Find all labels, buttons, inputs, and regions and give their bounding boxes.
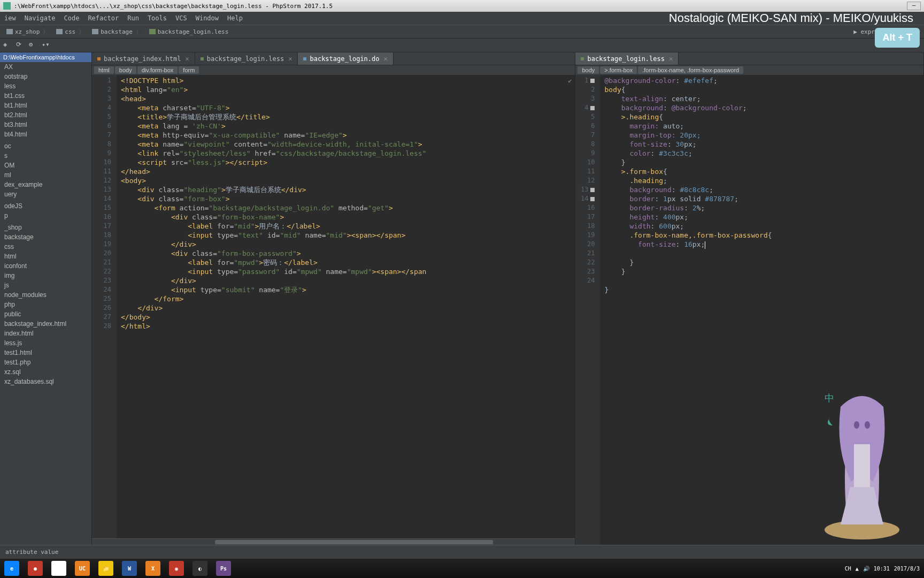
crumb-form[interactable]: form [179,66,199,74]
settings-icon[interactable]: ⚙ [29,41,38,50]
tray-item[interactable]: 2017/8/3 [894,566,920,572]
sidebar-item[interactable]: s [0,151,91,161]
tab-backstage-login-less-right[interactable]: backstage_login.less× [575,52,679,65]
close-icon[interactable]: × [669,55,673,63]
sidebar-item[interactable]: bt4.html [0,130,91,139]
less-file-icon [581,57,584,60]
sidebar-item[interactable]: OM [0,161,91,170]
sync-icon[interactable]: ⟳ [16,41,26,50]
sidebar-item[interactable]: dex_example [0,180,91,189]
menu-run[interactable]: Run [123,12,143,25]
sidebar-item[interactable]: backstage_index.html [0,319,91,329]
taskbar-app[interactable]: W [118,559,141,578]
now-playing-title: Nostalogic (MEIKO-SAN mix) - MEIKO/yuuki… [669,11,924,25]
sidebar-item[interactable]: _shop [0,223,91,232]
breadcrumb-item[interactable]: css〉 [53,27,88,36]
breadcrumbs-left: html body div.form-box form [92,65,575,75]
inspection-ok-icon: ✔ [568,77,572,85]
taskbar-app[interactable]: ○ [47,559,71,578]
right-editor-pane: backstage_login.less× body >.form-box .f… [575,52,924,545]
sidebar-item[interactable]: backstage [0,232,91,242]
sidebar-item[interactable]: test1.html [0,348,91,358]
minimize-button[interactable]: — [907,2,921,10]
sidebar-item[interactable]: ootstrap [0,72,91,81]
sidebar-item[interactable]: odeJS [0,201,91,211]
code-editor-left[interactable]: ✔ 12345678910111213141516171819202122232… [92,75,575,538]
tray-item[interactable]: CH [845,566,851,572]
horizontal-scrollbar[interactable] [92,538,575,545]
system-tray[interactable]: CH▲🔊10:312017/8/3 [845,566,924,572]
sidebar-item[interactable]: img [0,271,91,280]
tab-backstage-login-do[interactable]: backstage_login.do× [298,52,393,65]
sidebar-item[interactable]: bt1.html [0,101,91,110]
code-content-left[interactable]: <!DOCTYPE html> <html lang="en"> <head> … [117,75,575,538]
menu-vcs[interactable]: VCS [171,12,191,25]
sidebar-item[interactable]: less [0,81,91,91]
crumb-div-form-box[interactable]: div.form-box [137,66,178,74]
close-icon[interactable]: × [186,55,189,63]
sidebar-item[interactable]: public [0,309,91,319]
tab-backstage-index[interactable]: backstage_index.html× [92,52,195,65]
tray-item[interactable]: ▲ [856,566,859,572]
taskbar-app[interactable]: ◉ [165,559,188,578]
menu-refactor[interactable]: Refactor [83,12,123,25]
menu-help[interactable]: Help [223,12,247,25]
code-content-right[interactable]: @background-color: #efefef; body{ text-a… [600,75,923,545]
breadcrumb-item[interactable]: backstage〉 [89,27,145,36]
breadcrumb-file[interactable]: backstage_login.less [146,28,232,36]
tray-item[interactable]: 10:31 [874,566,890,572]
sidebar-item[interactable]: uery [0,189,91,199]
crumb-html[interactable]: html [94,66,114,74]
folder-icon [92,29,98,34]
sidebar-item[interactable]: bt2.html [0,110,91,120]
sidebar-item[interactable]: html [0,252,91,261]
sidebar-item[interactable]: ml [0,170,91,180]
taskbar-app[interactable]: ◐ [188,559,212,578]
menu-window[interactable]: Window [191,12,223,25]
close-icon[interactable]: × [288,55,292,63]
crumb-form-box-name-password[interactable]: .form-box-name, .form-box-password [638,66,743,74]
code-editor-right[interactable]: 1234567891011121314161718192021222324 @b… [575,75,923,545]
menu-tools[interactable]: Tools [143,12,171,25]
sidebar-item[interactable]: bt1.css [0,91,91,101]
left-editor-pane: backstage_index.html× backstage_login.le… [92,52,575,545]
sidebar-root-path[interactable]: D:\WebFront\xampp\htdocs [0,52,91,62]
menu-view[interactable]: iew [0,12,20,25]
sidebar-item[interactable]: xz_databases.sql [0,377,91,386]
sidebar-item[interactable]: oc [0,141,91,151]
sidebar-item[interactable]: xz.sql [0,367,91,377]
sidebar-item[interactable]: js [0,280,91,290]
sidebar-item[interactable]: AX [0,62,91,72]
taskbar-app[interactable]: UC [71,559,94,578]
sidebar-item[interactable]: test1.php [0,358,91,367]
sidebar-item[interactable]: css [0,242,91,252]
sidebar-item[interactable]: less.js [0,338,91,348]
sidebar-item[interactable]: index.html [0,329,91,338]
project-tree[interactable]: AXootstraplessbt1.cssbt1.htmlbt2.htmlbt3… [0,62,91,545]
close-icon[interactable]: × [384,55,388,63]
gear-icon[interactable]: ✦▾ [42,41,51,50]
crumb-body[interactable]: body [115,66,136,74]
tray-item[interactable]: 🔊 [863,566,869,572]
taskbar-app[interactable]: Ps [212,559,235,578]
sidebar-item[interactable]: iconfont [0,261,91,271]
taskbar-app[interactable]: 📁 [94,559,118,578]
sidebar-item[interactable]: node_modules [0,290,91,300]
taskbar-app[interactable]: X [141,559,165,578]
menu-code[interactable]: Code [59,12,83,25]
breadcrumb-item[interactable]: xz_shop〉 [3,27,52,36]
crumb-form-box[interactable]: >.form-box [600,66,637,74]
menu-navigate[interactable]: Navigate [20,12,60,25]
collapse-icon[interactable]: ◈ [3,41,13,50]
crumb-body[interactable]: body [578,66,599,74]
sidebar-item[interactable]: php [0,300,91,309]
file-icon [303,57,306,60]
taskbar-app[interactable]: ● [24,559,47,578]
tab-backstage-login-less[interactable]: backstage_login.less× [195,52,298,65]
sidebar-item[interactable]: p [0,211,91,220]
taskbar-app[interactable]: e [0,559,24,578]
status-bar: attribute value [0,545,924,559]
windows-taskbar: e●○UC📁WX◉◐Ps CH▲🔊10:312017/8/3 [0,559,924,578]
sidebar-item[interactable]: bt3.html [0,120,91,130]
scrollbar-thumb[interactable] [215,540,493,544]
